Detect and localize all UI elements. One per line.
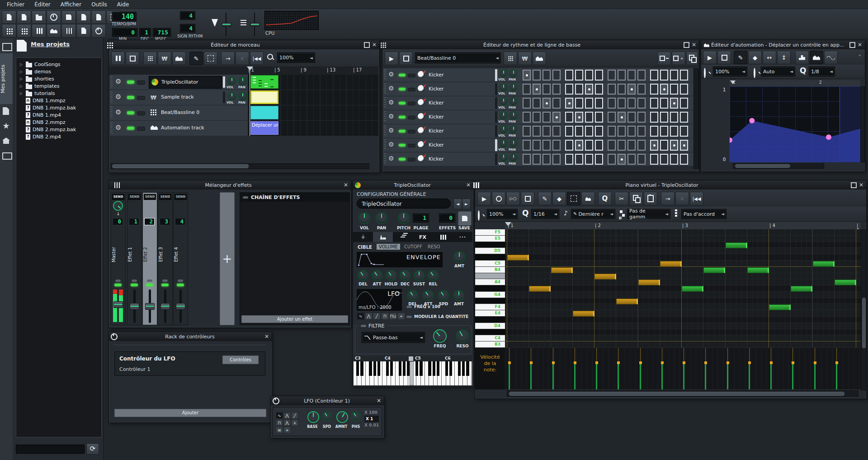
solo-led[interactable] xyxy=(408,158,415,161)
add-bb-track-button[interactable] xyxy=(143,52,157,65)
filter-type-select[interactable]: Passe-bas◄ xyxy=(362,332,425,343)
black-key[interactable] xyxy=(449,361,452,376)
env-rel-knob[interactable] xyxy=(428,270,439,281)
step-14[interactable] xyxy=(660,140,668,151)
step-13[interactable] xyxy=(650,154,658,165)
step-2[interactable] xyxy=(533,140,541,151)
send-knob[interactable] xyxy=(113,201,123,211)
black-key[interactable] xyxy=(386,361,389,376)
song-zoom-select[interactable]: 100%◄ xyxy=(277,52,315,63)
fx-channel-1[interactable]: SEND1Effet 1 xyxy=(127,192,142,325)
song-hscrollbar[interactable] xyxy=(111,163,369,169)
velocity-bar[interactable] xyxy=(509,364,510,389)
add-sample-track-button[interactable]: ₩ xyxy=(158,52,171,65)
note-C5[interactable] xyxy=(813,261,835,267)
piano-roll-hscrollbar[interactable] xyxy=(507,390,859,397)
track-volume-knob[interactable] xyxy=(499,139,508,148)
step-10[interactable] xyxy=(618,70,626,81)
project-notes-icon[interactable] xyxy=(76,24,91,38)
target-cutoff-tab[interactable]: CUTOFF xyxy=(404,244,422,249)
caret-icon[interactable]: ▷ xyxy=(20,70,24,74)
track-volume-knob[interactable] xyxy=(499,83,508,92)
track-pan-knob[interactable] xyxy=(509,111,518,120)
env-del-knob[interactable] xyxy=(358,270,368,281)
project-notes-icon[interactable] xyxy=(91,10,106,24)
track-grip[interactable] xyxy=(110,76,113,88)
discrete-progression-button[interactable] xyxy=(795,51,809,64)
step-5[interactable] xyxy=(565,84,573,95)
controller-rack-titlebar[interactable]: Rack de contrôleurs ✕ xyxy=(109,332,272,341)
envelope-graph[interactable]: ENVELOPE xyxy=(357,252,443,267)
instrument-keyboard[interactable] xyxy=(354,361,472,385)
black-key[interactable] xyxy=(399,361,401,376)
detune-mode-button[interactable] xyxy=(581,192,595,205)
black-key[interactable] xyxy=(428,361,431,376)
play-button[interactable]: ▶ xyxy=(477,192,491,205)
step-16[interactable] xyxy=(680,84,688,95)
step-3[interactable] xyxy=(542,126,551,137)
bb-editor-icon[interactable] xyxy=(17,24,31,38)
track-name[interactable]: Kicker xyxy=(429,86,444,92)
velocity-bar[interactable] xyxy=(683,364,684,389)
note-length-select[interactable]: ✎Dernière r◄ xyxy=(571,209,615,219)
black-key[interactable] xyxy=(445,361,448,376)
velocity-bar[interactable] xyxy=(552,364,554,389)
draw-mode-button[interactable]: ✎ xyxy=(189,52,203,65)
paste-button[interactable] xyxy=(644,192,657,205)
key-D4[interactable]: D4 xyxy=(475,323,505,329)
mute-led[interactable] xyxy=(177,284,184,286)
pitch-knob[interactable] xyxy=(398,212,410,224)
favorites-icon[interactable] xyxy=(3,123,9,129)
step-7[interactable] xyxy=(585,154,593,165)
quantize-select[interactable]: 1/8◄ xyxy=(809,66,835,76)
step-2[interactable] xyxy=(533,70,541,81)
step-1[interactable] xyxy=(523,70,531,81)
lfo-att-knob[interactable] xyxy=(423,290,434,301)
key-A4[interactable]: A4 xyxy=(475,279,505,285)
note-F#4[interactable] xyxy=(616,299,638,304)
sign-numerator[interactable]: 4 xyxy=(180,11,195,20)
step-9[interactable] xyxy=(608,140,616,151)
chain-enable-led[interactable] xyxy=(243,196,248,199)
step-12[interactable] xyxy=(637,140,646,151)
step-16[interactable] xyxy=(680,112,688,123)
tab-envelope[interactable] xyxy=(373,232,393,242)
computer-icon[interactable] xyxy=(2,152,12,160)
next-preset-icon[interactable]: ► xyxy=(462,199,471,209)
fx-channel-display[interactable]: 0 xyxy=(439,213,455,223)
track-pan-knob[interactable] xyxy=(509,139,518,148)
erase-mode-button[interactable]: ◆ xyxy=(552,192,566,205)
track-volume-knob[interactable] xyxy=(227,92,236,101)
key-D5[interactable]: D5 xyxy=(475,248,505,254)
close-icon[interactable]: ✕ xyxy=(465,182,472,188)
step-14[interactable] xyxy=(660,126,668,137)
key-B3[interactable]: B3 xyxy=(475,341,505,348)
black-key[interactable] xyxy=(369,361,372,376)
fx-mixer-icon[interactable] xyxy=(61,24,76,38)
automation-timeline[interactable]: 12 xyxy=(729,80,860,86)
lfo-amnt-knob[interactable] xyxy=(336,411,348,423)
key-G#4[interactable] xyxy=(475,285,505,292)
step-9[interactable] xyxy=(608,112,616,123)
track-pan-knob[interactable] xyxy=(238,92,247,101)
step-11[interactable] xyxy=(627,70,636,81)
step-12[interactable] xyxy=(637,98,646,109)
record-while-playing-button[interactable]: ▷○ xyxy=(506,192,520,205)
step-8[interactable] xyxy=(595,126,603,137)
controls-button[interactable]: Contrôles xyxy=(222,356,259,364)
master-volume-slider[interactable] xyxy=(226,13,226,36)
add-bb-track-button[interactable] xyxy=(504,52,517,65)
add-sample-track-button[interactable]: ₩ xyxy=(518,52,532,65)
env-dec-knob[interactable] xyxy=(400,270,410,281)
stop-song-button[interactable] xyxy=(126,52,139,65)
automation-graph[interactable] xyxy=(729,86,861,162)
record-button[interactable] xyxy=(492,192,505,205)
save-project-icon[interactable] xyxy=(61,10,76,24)
stop-bb-button[interactable] xyxy=(399,52,413,65)
new-project-icon[interactable] xyxy=(2,10,16,24)
add-controller-button[interactable]: Ajouter xyxy=(114,409,266,417)
freq-x100-checkbox[interactable]: FRÉQ x 100 xyxy=(406,304,440,309)
step-16[interactable] xyxy=(680,154,688,165)
step-6[interactable] xyxy=(575,84,583,95)
close-icon[interactable]: ✕ xyxy=(264,333,270,340)
